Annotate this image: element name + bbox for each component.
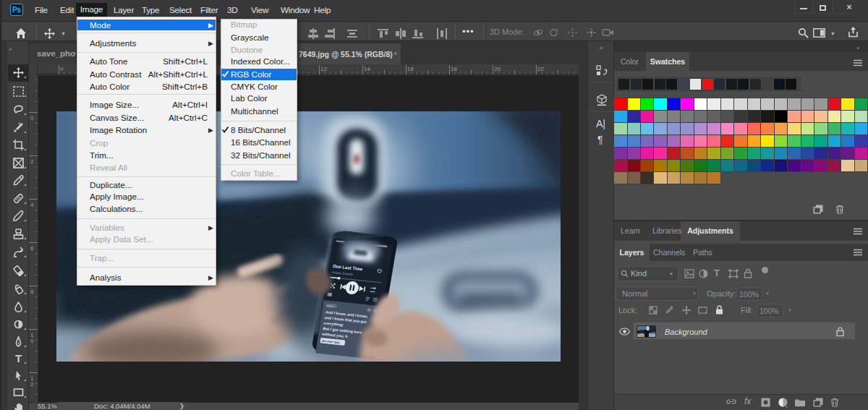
svg-text:0: 0 [30,115,34,121]
svg-text:12: 12 [320,66,327,72]
svg-text:4: 4 [30,202,34,208]
svg-text:0: 0 [30,338,34,344]
svg-text:16: 16 [407,66,414,72]
svg-text:20: 20 [494,66,501,72]
svg-text:22: 22 [537,66,544,72]
svg-text:2: 2 [30,381,34,388]
svg-text:6: 6 [30,245,34,252]
svg-text:8: 8 [30,289,34,295]
svg-text:0: 0 [60,66,64,72]
svg-text:18: 18 [451,66,457,72]
svg-text:2: 2 [30,158,34,165]
svg-text:14: 14 [364,66,370,72]
